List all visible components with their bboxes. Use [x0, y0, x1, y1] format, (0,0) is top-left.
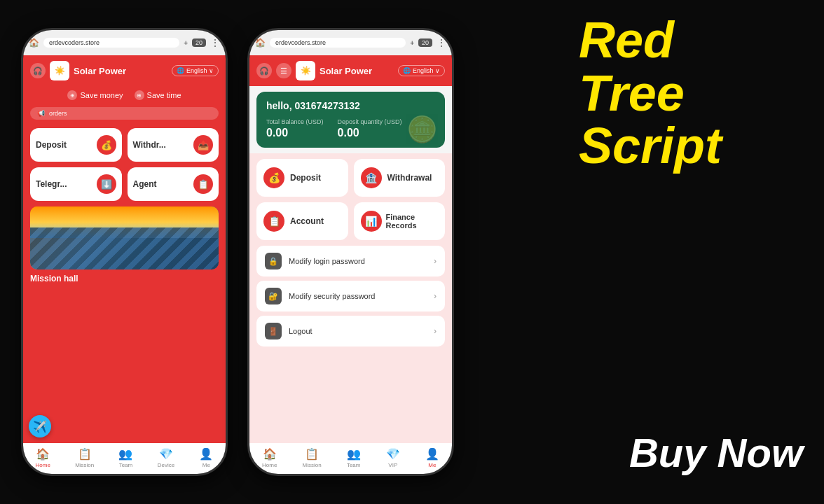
menu-item-login-password[interactable]: 🔒 Modify login password ›	[256, 246, 445, 276]
total-balance-label: Total Balance (USD)	[266, 118, 324, 125]
telegram-label-1: Telegr...	[36, 179, 67, 189]
home-nav-icon-2: 🏠	[263, 447, 277, 461]
menu-security-password-label: Modify security password	[289, 292, 427, 300]
chevron-right-icon-2: ›	[434, 291, 437, 301]
nav-mission-1[interactable]: 📋 Mission	[75, 447, 94, 468]
coin-decoration: 🪙	[406, 115, 438, 144]
more-options-icon[interactable]: ⋮	[210, 37, 220, 48]
nav-me-1[interactable]: 👤 Me	[199, 447, 213, 468]
announcement-text: orders	[49, 110, 67, 117]
nav-home-label-2: Home	[262, 462, 277, 468]
app-logo-1: ☀️	[50, 61, 69, 80]
lang-button-2[interactable]: 🌐 English ∨	[398, 65, 445, 76]
logout-icon: 🚪	[265, 323, 282, 340]
home-icon: 🏠	[29, 38, 39, 48]
withdraw-button-1[interactable]: Withdr... 📤	[128, 128, 219, 162]
app-name-2: Solar Power	[320, 66, 394, 76]
menu-item-logout[interactable]: 🚪 Logout ›	[256, 316, 445, 346]
balance-card: hello, 031674273132 Total Balance (USD) …	[256, 92, 445, 148]
withdrawal-label-2: Withdrawal	[387, 173, 432, 183]
nav-home-1[interactable]: 🏠 Home	[36, 447, 50, 468]
withdraw-icon-1: 📤	[193, 135, 213, 155]
agent-label-1: Agent	[133, 179, 157, 189]
deposit-label-2: Deposit	[290, 173, 321, 183]
action-grid-1: Deposit 💰 Withdr... 📤 Telegr... ⬇️ Agent…	[23, 122, 226, 206]
support-icon-1[interactable]: 🎧	[30, 63, 46, 78]
nav-vip-2[interactable]: 💎 VIP	[386, 447, 400, 468]
deposit-button-1[interactable]: Deposit 💰	[30, 128, 122, 162]
app-logo-2: ☀️	[296, 61, 315, 80]
home-nav-icon-1: 🏠	[36, 447, 50, 461]
more-options-icon-2[interactable]: ⋮	[437, 37, 446, 48]
team-nav-icon-1: 👥	[118, 447, 132, 461]
app-content-1: ⊕ Save money ⊕ Save time 📢 orders Deposi…	[23, 86, 226, 443]
menu-login-password-label: Modify login password	[289, 257, 427, 265]
total-balance-amount: 0.00	[266, 127, 288, 139]
promo-line-1: Red	[579, 14, 803, 67]
chevron-right-icon-1: ›	[434, 256, 437, 266]
nav-team-1[interactable]: 👥 Team	[118, 447, 132, 468]
deposit-button-2[interactable]: 💰 Deposit	[256, 159, 348, 197]
save-money-dot: ⊕	[67, 90, 77, 100]
deposit-icon-2: 💰	[263, 167, 284, 188]
menu-item-security-password[interactable]: 🔐 Modify security password ›	[256, 281, 445, 312]
phone-2: 🏠 erdevcoders.store + 20 ⋮ 🎧 ☰ ☀️ Solar …	[247, 28, 454, 476]
add-tab-icon-2: +	[410, 39, 414, 47]
menu-list: 🔒 Modify login password › 🔐 Modify secur…	[256, 246, 445, 346]
chevron-right-icon-3: ›	[434, 326, 437, 336]
add-tab-icon: +	[184, 39, 188, 47]
url-bar-1[interactable]: erdevcoders.store	[43, 38, 179, 48]
tab-count-1[interactable]: 20	[192, 38, 206, 47]
promo-line-3: Script	[579, 120, 803, 173]
finance-records-icon-2: 📊	[361, 211, 382, 232]
account-label-2: Account	[290, 216, 324, 226]
browser-bar-1: 🏠 erdevcoders.store + 20 ⋮	[23, 30, 226, 55]
deposit-label-1: Deposit	[36, 140, 67, 150]
app-header-2: 🎧 ☰ ☀️ Solar Power 🌐 English ∨	[249, 55, 452, 86]
mission-hall-label: Mission hall	[23, 270, 226, 286]
withdrawal-button-2[interactable]: 🏦 Withdrawal	[354, 159, 446, 197]
nav-home-2[interactable]: 🏠 Home	[262, 447, 277, 468]
nav-device-1[interactable]: 💎 Device	[158, 447, 174, 468]
vip-nav-icon-2: 💎	[386, 447, 400, 461]
app-name-1: Solar Power	[74, 66, 167, 76]
action-grid-2: 💰 Deposit 🏦 Withdrawal 📋 Account 📊	[256, 159, 445, 240]
announcement-bar: 📢 orders	[30, 107, 219, 120]
url-bar-2[interactable]: erdevcoders.store	[270, 38, 406, 48]
speaker-icon: 📢	[37, 110, 45, 117]
finance-records-button-2[interactable]: 📊 Finance Records	[354, 202, 446, 240]
lock-icon: 🔒	[265, 253, 282, 270]
solar-panels	[30, 227, 219, 270]
solar-image	[30, 206, 219, 270]
lang-button-1[interactable]: 🌐 English ∨	[172, 65, 219, 76]
account-button-2[interactable]: 📋 Account	[256, 202, 348, 240]
promo-line-2: Tree	[579, 67, 803, 120]
deposit-qty-label: Deposit quantity (USD)	[338, 118, 402, 125]
menu-icon-2[interactable]: ☰	[276, 63, 291, 78]
nav-home-label-1: Home	[36, 462, 50, 468]
telegram-button-1[interactable]: Telegr... ⬇️	[30, 167, 122, 201]
nav-me-label-2: Me	[428, 462, 436, 468]
agent-icon-1: 📋	[193, 174, 213, 194]
support-icon-2[interactable]: 🎧	[256, 63, 272, 78]
nav-team-label-2: Team	[347, 462, 361, 468]
nav-team-2[interactable]: 👥 Team	[347, 447, 361, 468]
save-time-item: ⊕ Save time	[135, 90, 181, 100]
nav-me-label-1: Me	[202, 462, 210, 468]
promo-buy-now[interactable]: Buy Now	[629, 429, 803, 476]
deposit-qty-item: Deposit quantity (USD) 0.00	[338, 118, 402, 139]
app-header-1: 🎧 ☀️ Solar Power 🌐 English ∨	[23, 55, 226, 86]
phone2-content: hello, 031674273132 Total Balance (USD) …	[249, 86, 452, 443]
telegram-bubble[interactable]: ✈️	[29, 415, 51, 438]
agent-button-1[interactable]: Agent 📋	[128, 167, 219, 201]
tab-count-2[interactable]: 20	[418, 38, 432, 47]
nav-team-label-1: Team	[119, 462, 133, 468]
finance-records-top: 📊 Finance Records	[361, 211, 439, 232]
pink-area: 💰 Deposit 🏦 Withdrawal 📋 Account 📊	[249, 153, 452, 443]
me-nav-icon-1: 👤	[199, 447, 213, 461]
nav-me-2[interactable]: 👤 Me	[425, 447, 439, 468]
menu-logout-label: Logout	[289, 327, 427, 335]
nav-mission-2[interactable]: 📋 Mission	[302, 447, 321, 468]
home-icon-2: 🏠	[255, 38, 266, 48]
deposit-icon-1: 💰	[97, 135, 116, 155]
